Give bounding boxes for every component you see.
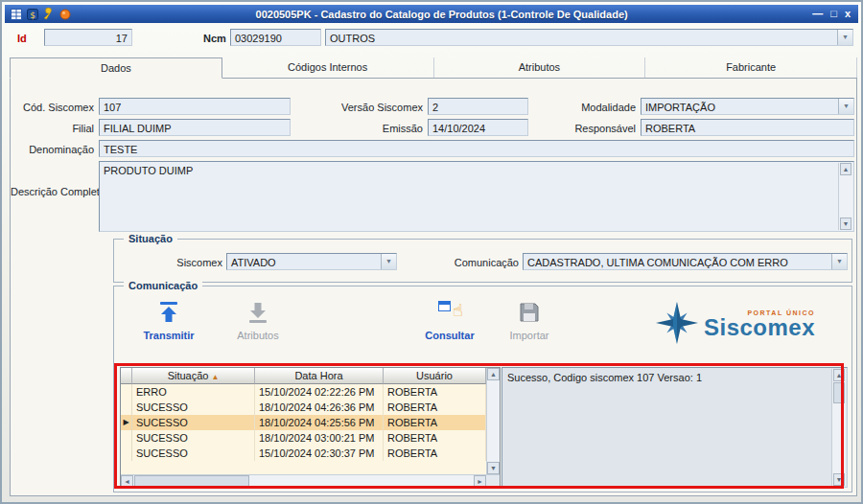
grid-header-data-hora[interactable]: Data Hora [255,368,384,384]
minimize-button[interactable]: — [812,8,823,20]
close-button[interactable]: x [845,8,851,20]
scroll-down-icon[interactable]: ▼ [487,462,500,474]
selected-row-pointer-icon: ▶ [121,415,132,430]
dropdown-arrow-icon[interactable]: ▼ [831,254,847,269]
scroll-up-icon[interactable]: ▲ [840,163,851,175]
cod-siscomex-label: Cód. Siscomex [11,101,94,114]
scroll-right-icon[interactable]: ► [474,475,486,487]
download-icon [219,298,297,327]
transmitir-label: Transmitir [129,330,208,341]
tab-atributos[interactable]: Atributos [434,57,646,78]
transmit-icon [129,298,208,327]
orange-ball-icon[interactable] [58,8,71,20]
table-row-selected[interactable]: ▶ SUCESSO 18/10/2024 04:25:56 PM ROBERTA [121,415,486,430]
atributos-button[interactable]: Atributos [219,298,297,354]
transmitir-button[interactable]: Transmitir [129,298,208,354]
grid-header-situacao[interactable]: Situação▲ [132,368,255,384]
id-field[interactable]: 17 [44,29,132,46]
communication-message-panel[interactable]: Sucesso, Codigo siscomex 107 Versao: 1 ▲… [501,367,848,488]
scrollbar-thumb[interactable] [134,475,249,487]
consult-hand-icon: ☝ [410,298,489,327]
consultar-label: Consultar [410,330,489,341]
money-icon[interactable]: $ [26,8,38,20]
grid-header-usuario[interactable]: Usuário [384,368,486,384]
grid-icon[interactable] [10,8,22,20]
comunicacao-group-title: Comunicação [124,280,202,291]
responsavel-field[interactable]: ROBERTA [641,119,854,136]
descricao-text: PRODUTO DUIMP [104,164,834,177]
tabstrip: Dados Códigos Internos Atributos Fabrica… [10,57,857,79]
maximize-button[interactable]: □ [830,8,837,20]
communication-message: Sucesso, Codigo siscomex 107 Versao: 1 [507,371,826,384]
tab-fabricante[interactable]: Fabricante [645,57,857,78]
grid-horizontal-scrollbar[interactable]: ◄ ► [121,474,486,487]
window-title: 0020505PK - Cadastro do Catalogo de Prod… [71,9,812,20]
table-row[interactable]: SUCESSO 15/10/2024 02:30:37 PM ROBERTA [121,446,486,461]
message-vertical-scrollbar[interactable]: ▲ ▼ [831,369,846,486]
ncm-label: Ncm [203,32,226,45]
row-indicator [121,400,132,415]
emissao-field[interactable]: 14/10/2024 [428,119,528,136]
emissao-label: Emissão [322,122,423,135]
dropdown-arrow-icon[interactable]: ▼ [838,99,853,114]
scroll-down-icon[interactable]: ▼ [840,218,851,230]
filial-field[interactable]: FILIAL DUIMP [99,119,291,136]
grid-body: ERRO 15/10/2024 02:22:26 PM ROBERTA SUCE… [121,384,486,474]
grid-indicator-header [121,368,132,384]
row-indicator [121,384,132,400]
modalidade-combo[interactable]: IMPORTAÇÃO ▼ [641,98,854,115]
modalidade-label: Modalidade [538,101,636,114]
importar-button[interactable]: Importar [490,298,569,354]
denominacao-label: Denominação [11,143,94,156]
situacao-siscomex-combo[interactable]: ATIVADO ▼ [226,253,397,270]
tab-dados[interactable]: Dados [10,57,222,79]
situacao-comunicacao-label: Comunicação [431,256,519,269]
compass-star-icon [656,302,698,346]
versao-siscomex-label: Versão Siscomex [322,101,423,114]
app-window: $ 0020505PK - Cadastro do Catalogo de Pr… [0,0,863,504]
row-indicator [121,446,132,461]
situacao-comunicacao-combo[interactable]: CADASTRADO, ULTIMA COMUNICAÇÃO COM ERRO … [523,253,848,270]
table-row[interactable]: SUCESSO 18/10/2024 04:26:36 PM ROBERTA [121,400,486,415]
tab-codigos-internos[interactable]: Códigos Internos [222,57,434,78]
svg-text:$: $ [30,10,35,19]
tab-page-dados: Cód. Siscomex 107 Versão Siscomex 2 Moda… [10,78,857,496]
scrollbar-thumb[interactable] [833,382,845,403]
grid-vertical-scrollbar[interactable]: ▲ ▼ [486,368,500,474]
modalidade-value: IMPORTAÇÃO [645,102,715,113]
titlebar-toolbar: $ [5,8,71,20]
descricao-label: Descrição Completa [11,185,94,198]
importar-label: Importar [490,330,569,341]
siscomex-brand: Siscomex [704,316,815,339]
scrollbar-corner [486,474,500,487]
ncm-description-value: OUTROS [330,33,375,44]
titlebar: $ 0020505PK - Cadastro do Catalogo de Pr… [5,5,858,23]
memo-vertical-scrollbar[interactable]: ▲ ▼ [838,163,852,230]
scroll-down-icon[interactable]: ▼ [833,473,845,486]
atributos-label: Atributos [219,330,297,341]
descricao-memo[interactable]: PRODUTO DUIMP ▲ ▼ [99,161,854,232]
situacao-siscomex-label: Siscomex [138,256,222,269]
denominacao-field[interactable]: TESTE [99,140,854,157]
table-row[interactable]: SUCESSO 18/10/2024 03:00:21 PM ROBERTA [121,430,486,446]
communication-history-grid[interactable]: Situação▲ Data Hora Usuário ERRO 15/10/2… [120,367,501,488]
scroll-up-icon[interactable]: ▲ [833,369,845,381]
id-label: Id [17,32,27,45]
situacao-groupbox: Situação Siscomex ATIVADO ▼ Comunicação … [113,239,852,283]
table-row[interactable]: ERRO 15/10/2024 02:22:26 PM ROBERTA [121,384,486,400]
ncm-code-field[interactable]: 03029190 [230,29,321,46]
dropdown-arrow-icon[interactable]: ▼ [381,254,396,269]
wrench-icon[interactable] [42,8,55,20]
siscomex-logo: PORTAL ÚNICO Siscomex [656,302,815,346]
versao-siscomex-field[interactable]: 2 [428,98,528,115]
scroll-left-icon[interactable]: ◄ [121,475,133,487]
ncm-description-combo[interactable]: OUTROS ▼ [325,29,853,46]
grid-header: Situação▲ Data Hora Usuário [121,368,486,384]
filial-label: Filial [11,122,94,135]
scroll-up-icon[interactable]: ▲ [487,368,500,380]
situacao-siscomex-value: ATIVADO [231,257,276,268]
cod-siscomex-field[interactable]: 107 [99,98,291,115]
dropdown-arrow-icon[interactable]: ▼ [837,30,852,45]
situacao-group-title: Situação [124,233,177,244]
consultar-button[interactable]: ☝ Consultar [410,298,489,354]
